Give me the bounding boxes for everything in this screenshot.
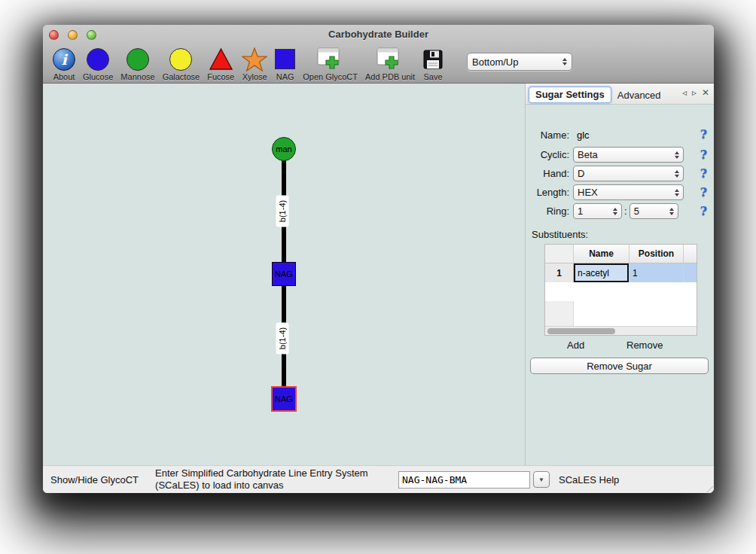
toolbar-label: NAG bbox=[276, 72, 294, 81]
glycan-node-mannose[interactable]: man bbox=[272, 137, 296, 161]
stepper-arrows-icon bbox=[613, 208, 617, 215]
cyclic-select[interactable]: Beta bbox=[573, 147, 684, 163]
toolbar-label: Open GlycoCT bbox=[303, 72, 358, 81]
ring-row: Ring: 1 : 5 ? bbox=[526, 203, 714, 219]
position-column-header: Position bbox=[629, 245, 684, 263]
length-label: Length: bbox=[526, 187, 569, 198]
help-icon[interactable]: ? bbox=[700, 187, 707, 199]
toolbar-about-button[interactable]: i About bbox=[53, 47, 75, 81]
toolbar-label: Xylose bbox=[242, 72, 267, 81]
tab-navigation: ◃ ▹ ✕ bbox=[682, 87, 709, 98]
toolbar-label: Glucose bbox=[83, 72, 113, 81]
stepper-arrows-icon bbox=[675, 151, 679, 159]
direction-select-value: Bottom/Up bbox=[472, 56, 562, 68]
stepper-arrows-icon bbox=[675, 189, 679, 196]
window-plus-icon bbox=[376, 47, 404, 71]
tab-next-icon[interactable]: ▹ bbox=[692, 87, 697, 98]
content-area: man b(1-4) NAG b(1-4) NAG Sugar Settings… bbox=[43, 84, 714, 465]
stepper-arrows-icon bbox=[675, 170, 679, 178]
name-cell[interactable]: n-acetyl bbox=[574, 263, 629, 282]
toolbar-label: Save bbox=[423, 72, 442, 81]
ring-separator: : bbox=[624, 205, 627, 217]
remove-substituent-button[interactable]: Remove bbox=[626, 339, 663, 351]
green-circle-icon bbox=[127, 48, 149, 71]
add-substituent-button[interactable]: Add bbox=[567, 339, 584, 351]
stepper-arrows-icon bbox=[669, 208, 674, 215]
stepper-arrows-icon bbox=[562, 58, 567, 65]
show-hide-glycoct-button[interactable]: Show/Hide GlycoCT bbox=[50, 474, 139, 486]
toolbar-add-pdb-button[interactable]: Add PDB unit bbox=[365, 47, 415, 81]
tab-sugar-settings[interactable]: Sugar Settings bbox=[529, 87, 611, 103]
remove-sugar-button[interactable]: Remove Sugar bbox=[530, 358, 709, 374]
tab-prev-icon[interactable]: ◃ bbox=[682, 87, 687, 98]
floppy-disk-icon bbox=[422, 49, 444, 70]
toolbar-mannose-button[interactable]: Mannose bbox=[120, 47, 154, 81]
blue-square-icon bbox=[275, 49, 295, 69]
glycan-node-nag-selected[interactable]: NAG bbox=[271, 386, 297, 412]
toolbar-nag-button[interactable]: NAG bbox=[275, 47, 295, 81]
scales-history-dropdown-button[interactable]: ▼ bbox=[533, 471, 550, 488]
hand-label: Hand: bbox=[526, 168, 569, 179]
glycan-node-nag[interactable]: NAG bbox=[272, 262, 296, 286]
glycan-canvas[interactable]: man b(1-4) NAG b(1-4) NAG bbox=[43, 84, 525, 465]
table-header-row: Name Position bbox=[545, 245, 697, 263]
bond-label: b(1-4) bbox=[276, 323, 289, 355]
desktop-background: Carbohydrate Builder i About Glucose Man… bbox=[0, 0, 756, 554]
position-cell[interactable]: 1 bbox=[629, 263, 684, 282]
title-bar[interactable]: Carbohydrate Builder bbox=[43, 25, 714, 44]
cyclic-label: Cyclic: bbox=[526, 149, 569, 160]
hand-select[interactable]: D bbox=[573, 166, 684, 181]
substituents-table[interactable]: Name Position 1 n-acetyl 1 bbox=[544, 244, 697, 336]
toolbar-label: Fucose bbox=[207, 72, 234, 81]
table-horizontal-scrollbar[interactable] bbox=[545, 326, 697, 335]
length-select[interactable]: HEX bbox=[573, 184, 684, 200]
toolbar-fucose-button[interactable]: Fucose bbox=[207, 47, 234, 81]
length-row: Length: HEX ? bbox=[526, 184, 714, 200]
help-icon[interactable]: ? bbox=[700, 149, 707, 161]
orange-star-icon bbox=[242, 47, 267, 72]
name-cell-editor[interactable]: n-acetyl bbox=[574, 263, 629, 282]
tab-advanced[interactable]: Advanced bbox=[611, 88, 667, 103]
app-window: Carbohydrate Builder i About Glucose Man… bbox=[43, 25, 714, 493]
blue-circle-icon bbox=[87, 48, 109, 71]
toolbar-glucose-button[interactable]: Glucose bbox=[83, 47, 113, 81]
tab-close-icon[interactable]: ✕ bbox=[702, 87, 709, 98]
ring-end-spinner[interactable]: 5 bbox=[629, 203, 678, 219]
name-label: Name: bbox=[526, 129, 569, 141]
scales-help-button[interactable]: SCaLES Help bbox=[559, 474, 619, 486]
toolbar: i About Glucose Mannose Galactose bbox=[43, 44, 714, 84]
sugar-settings-panel: Sugar Settings Advanced ◃ ▹ ✕ Name: glc … bbox=[525, 84, 714, 465]
panel-body: Name: glc ? Cyclic: Beta ? Hand: bbox=[526, 105, 714, 465]
cyclic-row: Cyclic: Beta ? bbox=[526, 147, 714, 163]
toolbar-label: About bbox=[53, 72, 75, 81]
name-row: Name: glc ? bbox=[526, 129, 714, 141]
table-row[interactable]: 1 n-acetyl 1 bbox=[545, 263, 697, 282]
row-number-header bbox=[545, 245, 574, 263]
name-value: glc bbox=[577, 129, 590, 141]
direction-select[interactable]: Bottom/Up bbox=[467, 53, 572, 71]
bond-label: b(1-4) bbox=[276, 196, 289, 227]
name-column-header: Name bbox=[574, 245, 629, 263]
dropdown-arrow-icon: ▼ bbox=[538, 476, 544, 483]
ring-start-spinner[interactable]: 1 bbox=[573, 203, 622, 219]
help-icon[interactable]: ? bbox=[700, 205, 707, 218]
window-title: Carbohydrate Builder bbox=[43, 29, 714, 40]
toolbar-label: Galactose bbox=[163, 72, 200, 81]
help-icon[interactable]: ? bbox=[700, 168, 707, 180]
resize-grip[interactable] bbox=[704, 483, 713, 492]
spacer-cell bbox=[684, 263, 697, 282]
window-plus-icon bbox=[317, 47, 344, 71]
about-info-icon: i bbox=[53, 48, 75, 71]
scales-input[interactable] bbox=[398, 471, 530, 489]
hand-row: Hand: D ? bbox=[526, 166, 714, 181]
toolbar-xylose-button[interactable]: Xylose bbox=[242, 47, 267, 81]
toolbar-label: Mannose bbox=[120, 72, 154, 81]
row-header-gutter bbox=[545, 301, 574, 326]
toolbar-open-glycoct-button[interactable]: Open GlycoCT bbox=[303, 47, 358, 81]
substituents-label: Substituents: bbox=[532, 229, 588, 240]
panel-tab-bar: Sugar Settings Advanced ◃ ▹ ✕ bbox=[526, 84, 714, 105]
scrollbar-thumb[interactable] bbox=[547, 328, 615, 334]
toolbar-galactose-button[interactable]: Galactose bbox=[163, 47, 200, 81]
help-icon[interactable]: ? bbox=[700, 129, 707, 141]
toolbar-save-button[interactable]: Save bbox=[422, 47, 444, 81]
